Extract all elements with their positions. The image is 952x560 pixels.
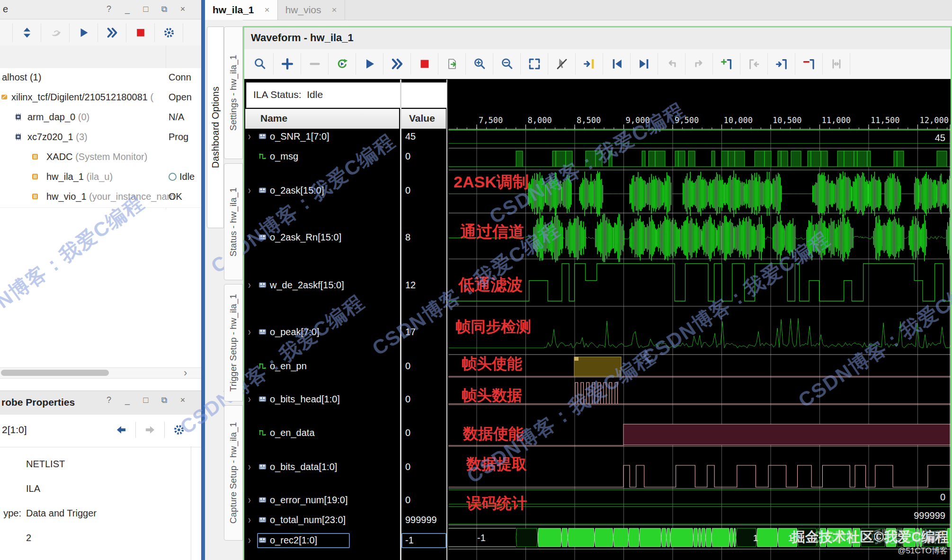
tab-capture-hw-ila-1[interactable]: Capture Setup - hw_ila_1	[224, 405, 243, 541]
expand-chevron-icon[interactable]: ›	[248, 393, 251, 406]
signal-row-o_en_pn[interactable]: o_en_pn0	[244, 360, 448, 373]
add-probes-icon[interactable]	[274, 53, 301, 75]
tab-status-hw-ila-1[interactable]: Status - hw_ila_1	[224, 163, 243, 280]
expand-chevron-icon[interactable]: ›	[248, 514, 251, 527]
svg-text:9,500: 9,500	[675, 116, 699, 125]
probe-property-row: ype:Data and Trigger	[0, 508, 191, 520]
goto-end-icon[interactable]	[631, 53, 658, 75]
zoom-fit-icon[interactable]	[521, 53, 548, 75]
signal-row-o_bits_head[interactable]: ›o_bits_head[1:0]0	[244, 393, 448, 407]
probe-window-close-button[interactable]: ×	[178, 394, 188, 406]
tab-close-icon[interactable]: ×	[332, 5, 337, 15]
sort-icon[interactable]	[13, 23, 41, 42]
forward-icon[interactable]	[141, 421, 160, 438]
add-marker-icon[interactable]	[713, 53, 740, 75]
horizontal-scrollbar[interactable]: ›	[0, 367, 201, 379]
probe-toolbar: 2[1:0]	[0, 415, 201, 447]
value-column-header[interactable]: Value	[401, 109, 446, 129]
hardware-window-maximize-button[interactable]: □	[141, 3, 151, 15]
tab-trigger-hw-ila-1[interactable]: Trigger Setup - hw_ila_1	[224, 284, 243, 401]
probe-window-maximize-button[interactable]: □	[141, 394, 151, 406]
expand-chevron-icon[interactable]: ›	[248, 184, 251, 197]
export-data-icon[interactable]	[438, 53, 466, 75]
signal-row-o_error_num[interactable]: ›o_error_num[19:0]0	[244, 494, 448, 507]
prev-marker-icon[interactable]	[740, 53, 768, 75]
goto-trigger-icon[interactable]	[576, 53, 603, 75]
tree-row-hw_ila_1[interactable]: hw_ila_1 (ila_u)Idle	[0, 168, 201, 188]
back-icon[interactable]	[112, 421, 131, 438]
signal-row-o_rec2[interactable]: ›o_rec2[1:0]-1	[244, 534, 448, 548]
probe-window-float-button[interactable]: ⧉	[159, 394, 169, 406]
probe-property-row: ILA	[0, 483, 191, 496]
panel-splitter[interactable]	[201, 0, 205, 560]
probe-window-minimize-button[interactable]: _	[122, 394, 133, 406]
remove-marker-icon[interactable]	[795, 53, 823, 75]
run-trigger-icon[interactable]	[356, 53, 383, 75]
probe-window-help-button[interactable]: ?	[104, 394, 114, 406]
scrollbar-thumb[interactable]	[1, 370, 109, 376]
tree-row-alhost1[interactable]: alhost (1)Conn	[0, 68, 201, 89]
stop-icon[interactable]	[126, 23, 155, 42]
hardware-window-minimize-button[interactable]: _	[122, 3, 133, 15]
signal-row-w_de_2askf[interactable]: ›w_de_2askf[15:0]12	[244, 279, 448, 293]
zoom-out-icon[interactable]	[493, 53, 521, 75]
tree-node-label: xc7z020_1 (3)	[27, 132, 88, 142]
re-trigger-icon[interactable]	[329, 53, 356, 75]
expand-chevron-icon[interactable]: ›	[248, 326, 251, 339]
run-all-icon[interactable]	[98, 23, 126, 42]
signal-row-o_2ask_Rn[interactable]: ›o_2ask_Rn[15:0]8	[244, 231, 448, 245]
tab-hw_ila_1[interactable]: hw_ila_1×	[205, 0, 278, 20]
goto-start-icon[interactable]	[603, 53, 631, 75]
signal-row-o_SNR_1[interactable]: ›o_SNR_1[7:0]45	[244, 131, 448, 144]
run-trigger-immediate-icon[interactable]	[383, 53, 411, 75]
trigger-position-icon[interactable]	[548, 53, 576, 75]
waveform-title: Waveform - hw_ila_1	[251, 32, 354, 44]
hardware-panel-titlebar: e ?_□⧉×	[0, 0, 201, 19]
name-column-header[interactable]: Name	[245, 109, 399, 129]
tab-dashboard-options[interactable]: Dashboard Options	[207, 27, 224, 228]
signal-row-o_peak[interactable]: ›o_peak[7:0]17	[244, 326, 448, 339]
hardware-tree: alhost (1)Connxilinx_tcf/Digilent/210512…	[0, 68, 201, 210]
expand-chevron-icon[interactable]: ›	[248, 534, 251, 547]
chip-icon	[14, 133, 22, 142]
dove-icon[interactable]	[41, 23, 70, 42]
svg-text:11,500: 11,500	[871, 116, 899, 125]
tree-row-xadc[interactable]: XADC (System Monitor)	[0, 148, 201, 168]
tree-row-xc7z020_1[interactable]: xc7z020_1 (3)Prog	[0, 128, 201, 148]
expand-chevron-icon[interactable]: ›	[248, 494, 251, 507]
tab-close-icon[interactable]: ×	[265, 5, 270, 15]
settings-icon[interactable]	[155, 23, 183, 42]
expand-chevron-icon[interactable]: ›	[248, 279, 251, 292]
signal-value: 0	[405, 151, 410, 162]
tree-row-hw_vio_1[interactable]: hw_vio_1 (your_instance_namOK	[0, 187, 201, 208]
scrollbar-right-arrow-icon[interactable]: ›	[184, 367, 187, 379]
tree-row-xilinx_tcfdigilent210512180081[interactable]: xilinx_tcf/Digilent/210512180081 (Open	[0, 88, 201, 108]
search-icon[interactable]	[246, 53, 274, 75]
bus-signal-icon	[258, 133, 267, 142]
ila-status-box: ILA Status: Idle	[246, 82, 447, 108]
redo-view-icon[interactable]	[685, 53, 713, 75]
hardware-window-help-button[interactable]: ?	[104, 3, 114, 15]
tree-row-arm_dap_0[interactable]: arm_dap_0 (0)N/A	[0, 108, 201, 128]
zoom-in-icon[interactable]	[466, 53, 493, 75]
remove-probes-icon[interactable]	[301, 53, 329, 75]
expand-chevron-icon[interactable]: ›	[248, 461, 251, 474]
expand-chevron-icon[interactable]: ›	[248, 130, 251, 143]
signal-row-o_bits_data[interactable]: ›o_bits_data[1:0]0	[244, 461, 448, 474]
signal-value: 0	[405, 462, 410, 472]
hardware-window-close-button[interactable]: ×	[178, 3, 188, 15]
signal-row-o_2ask[interactable]: ›o_2ask[15:0]0	[244, 185, 448, 198]
tab-hw_vios[interactable]: hw_vios×	[278, 0, 345, 20]
expand-chevron-icon[interactable]: ›	[248, 231, 251, 244]
stop-trigger-icon[interactable]	[411, 53, 438, 75]
signal-row-o_en_data[interactable]: o_en_data0	[244, 427, 448, 440]
signal-row-o_total_num[interactable]: ›o_total_num[23:0]999999	[244, 514, 448, 527]
next-marker-icon[interactable]	[768, 53, 795, 75]
run-icon[interactable]	[70, 23, 98, 42]
settings-icon[interactable]	[169, 421, 188, 438]
undo-view-icon[interactable]	[658, 53, 685, 75]
hardware-window-float-button[interactable]: ⧉	[159, 3, 169, 15]
tab-settings-hw-ila-1[interactable]: Settings - hw_ila_1	[224, 27, 243, 159]
swap-markers-icon[interactable]	[823, 53, 850, 75]
signal-row-o_msg[interactable]: o_msg0	[244, 151, 448, 164]
